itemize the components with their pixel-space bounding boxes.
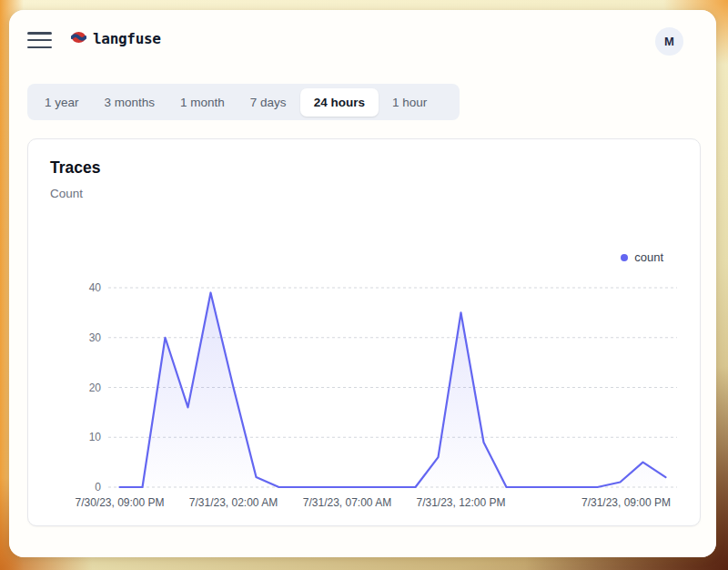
y-axis-tick: 40: [50, 281, 101, 294]
app-window: { "header": { "brand": "langfuse", "avat…: [0, 0, 728, 570]
y-axis-tick: 0: [50, 481, 101, 494]
x-axis-tick: 7/31/23, 12:00 PM: [410, 496, 512, 509]
card-subtitle: Count: [50, 187, 83, 200]
tab-3-months[interactable]: 3 months: [93, 88, 167, 117]
tab-1-hour[interactable]: 1 hour: [380, 88, 439, 117]
tab-1-year[interactable]: 1 year: [33, 88, 91, 117]
legend-label: count: [634, 250, 663, 264]
brand[interactable]: langfuse: [71, 30, 161, 47]
x-axis-tick: 7/31/23, 09:00 PM: [575, 496, 677, 509]
area-chart: [108, 288, 677, 487]
x-axis-tick: 7/31/23, 02:00 AM: [183, 496, 285, 509]
user-avatar[interactable]: M: [655, 27, 683, 56]
time-range-tabs: 1 year 3 months 1 month 7 days 24 hours …: [27, 84, 460, 120]
tab-7-days[interactable]: 7 days: [238, 88, 298, 117]
chart-legend[interactable]: count: [621, 250, 663, 264]
menu-icon[interactable]: [27, 32, 52, 48]
app-panel: langfuse M 1 year 3 months 1 month 7 day…: [9, 10, 716, 557]
tab-24-hours[interactable]: 24 hours: [300, 88, 379, 117]
x-axis-tick: 7/31/23, 07:00 AM: [297, 496, 399, 509]
traces-chart-card: Traces Count count 010203040 7/30/23, 09…: [27, 138, 701, 526]
brand-name: langfuse: [93, 30, 161, 47]
card-title: Traces: [50, 158, 100, 178]
chart-plot-area: [108, 288, 677, 487]
area-series: [120, 292, 666, 487]
legend-dot-icon: [621, 254, 628, 261]
x-axis-tick: 7/30/23, 09:00 PM: [69, 496, 171, 509]
y-axis-tick: 10: [50, 431, 101, 443]
tab-1-month[interactable]: 1 month: [168, 88, 237, 117]
langfuse-logo-icon: [71, 31, 86, 47]
y-axis-tick: 30: [50, 331, 101, 344]
y-axis-tick: 20: [50, 382, 101, 394]
top-navbar: langfuse M: [9, 10, 716, 70]
